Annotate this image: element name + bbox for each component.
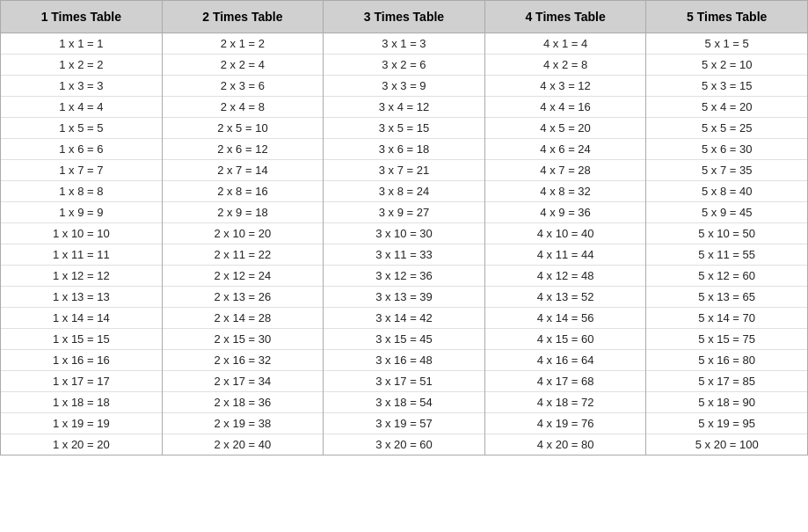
table-row: 2 x 6 = 12 — [163, 139, 324, 160]
table-row: 3 x 1 = 3 — [324, 33, 484, 55]
table-row: 1 x 3 = 3 — [1, 76, 162, 97]
table-row: 5 x 12 = 60 — [646, 266, 807, 287]
table-row: 5 x 20 = 100 — [646, 434, 807, 455]
table-row: 4 x 15 = 60 — [485, 329, 646, 350]
table-row: 3 x 9 = 27 — [324, 202, 484, 223]
table-row: 3 x 11 = 33 — [324, 244, 484, 266]
table-row: 5 x 5 = 25 — [646, 118, 807, 139]
table-row: 4 x 19 = 76 — [485, 413, 646, 434]
column-2: 2 Times Table2 x 1 = 22 x 2 = 42 x 3 = 6… — [163, 1, 324, 455]
table-row: 2 x 17 = 34 — [163, 371, 324, 392]
table-row: 4 x 20 = 80 — [485, 434, 646, 455]
table-row: 2 x 1 = 2 — [163, 33, 324, 55]
table-row: 2 x 13 = 26 — [163, 287, 324, 308]
table-row: 3 x 18 = 54 — [324, 392, 484, 413]
table-row: 4 x 1 = 4 — [485, 33, 646, 55]
table-row: 3 x 8 = 24 — [324, 181, 484, 202]
table-row: 4 x 2 = 8 — [485, 55, 646, 76]
table-row: 2 x 18 = 36 — [163, 392, 324, 413]
table-row: 2 x 10 = 20 — [163, 223, 324, 244]
table-row: 4 x 16 = 64 — [485, 350, 646, 371]
table-row: 3 x 4 = 12 — [324, 97, 484, 118]
table-row: 5 x 10 = 50 — [646, 223, 807, 244]
table-row: 2 x 9 = 18 — [163, 202, 324, 223]
column-5: 5 Times Table5 x 1 = 55 x 2 = 105 x 3 = … — [646, 1, 807, 455]
table-row: 2 x 11 = 22 — [163, 244, 324, 266]
table-row: 5 x 16 = 80 — [646, 350, 807, 371]
table-row: 3 x 6 = 18 — [324, 139, 484, 160]
table-row: 3 x 16 = 48 — [324, 350, 484, 371]
table-row: 4 x 9 = 36 — [485, 202, 646, 223]
table-row: 1 x 9 = 9 — [1, 202, 162, 223]
table-row: 1 x 16 = 16 — [1, 350, 162, 371]
table-row: 1 x 15 = 15 — [1, 329, 162, 350]
table-row: 4 x 6 = 24 — [485, 139, 646, 160]
table-row: 4 x 5 = 20 — [485, 118, 646, 139]
table-row: 2 x 2 = 4 — [163, 55, 324, 76]
table-row: 4 x 3 = 12 — [485, 76, 646, 97]
table-row: 1 x 14 = 14 — [1, 308, 162, 329]
table-row: 3 x 10 = 30 — [324, 223, 484, 244]
table-row: 1 x 12 = 12 — [1, 266, 162, 287]
table-row: 2 x 14 = 28 — [163, 308, 324, 329]
table-row: 2 x 7 = 14 — [163, 160, 324, 181]
table-row: 3 x 7 = 21 — [324, 160, 484, 181]
table-row: 4 x 7 = 28 — [485, 160, 646, 181]
table-row: 1 x 1 = 1 — [1, 33, 162, 55]
table-row: 5 x 19 = 95 — [646, 413, 807, 434]
table-row: 4 x 11 = 44 — [485, 244, 646, 266]
table-row: 3 x 2 = 6 — [324, 55, 484, 76]
column-header-4: 4 Times Table — [485, 1, 646, 33]
table-row: 4 x 14 = 56 — [485, 308, 646, 329]
table-row: 1 x 5 = 5 — [1, 118, 162, 139]
table-row: 4 x 8 = 32 — [485, 181, 646, 202]
table-row: 3 x 13 = 39 — [324, 287, 484, 308]
table-row: 2 x 15 = 30 — [163, 329, 324, 350]
table-row: 3 x 12 = 36 — [324, 266, 484, 287]
table-row: 5 x 17 = 85 — [646, 371, 807, 392]
table-row: 4 x 10 = 40 — [485, 223, 646, 244]
table-row: 5 x 15 = 75 — [646, 329, 807, 350]
table-row: 5 x 9 = 45 — [646, 202, 807, 223]
table-row: 2 x 19 = 38 — [163, 413, 324, 434]
table-row: 1 x 19 = 19 — [1, 413, 162, 434]
table-row: 1 x 20 = 20 — [1, 434, 162, 455]
table-row: 5 x 3 = 15 — [646, 76, 807, 97]
table-row: 1 x 7 = 7 — [1, 160, 162, 181]
table-row: 5 x 14 = 70 — [646, 308, 807, 329]
table-row: 2 x 20 = 40 — [163, 434, 324, 455]
column-1: 1 Times Table1 x 1 = 11 x 2 = 21 x 3 = 3… — [1, 1, 163, 455]
table-row: 5 x 2 = 10 — [646, 55, 807, 76]
table-row: 3 x 20 = 60 — [324, 434, 484, 455]
table-row: 2 x 4 = 8 — [163, 97, 324, 118]
table-row: 5 x 13 = 65 — [646, 287, 807, 308]
table-row: 2 x 5 = 10 — [163, 118, 324, 139]
table-row: 4 x 4 = 16 — [485, 97, 646, 118]
table-row: 4 x 12 = 48 — [485, 266, 646, 287]
table-row: 3 x 5 = 15 — [324, 118, 484, 139]
table-row: 1 x 10 = 10 — [1, 223, 162, 244]
table-row: 1 x 2 = 2 — [1, 55, 162, 76]
table-row: 2 x 8 = 16 — [163, 181, 324, 202]
table-row: 5 x 11 = 55 — [646, 244, 807, 266]
column-header-1: 1 Times Table — [1, 1, 162, 33]
table-row: 5 x 1 = 5 — [646, 33, 807, 55]
column-4: 4 Times Table4 x 1 = 44 x 2 = 84 x 3 = 1… — [485, 1, 647, 455]
table-row: 5 x 7 = 35 — [646, 160, 807, 181]
table-row: 1 x 18 = 18 — [1, 392, 162, 413]
table-row: 3 x 3 = 9 — [324, 76, 484, 97]
table-row: 1 x 13 = 13 — [1, 287, 162, 308]
table-row: 1 x 8 = 8 — [1, 181, 162, 202]
table-row: 1 x 11 = 11 — [1, 244, 162, 266]
column-header-2: 2 Times Table — [163, 1, 324, 33]
table-row: 3 x 19 = 57 — [324, 413, 484, 434]
table-row: 1 x 4 = 4 — [1, 97, 162, 118]
table-row: 2 x 3 = 6 — [163, 76, 324, 97]
table-row: 5 x 18 = 90 — [646, 392, 807, 413]
table-row: 3 x 15 = 45 — [324, 329, 484, 350]
table-row: 2 x 16 = 32 — [163, 350, 324, 371]
column-3: 3 Times Table3 x 1 = 33 x 2 = 63 x 3 = 9… — [324, 1, 485, 455]
table-row: 2 x 12 = 24 — [163, 266, 324, 287]
table-row: 5 x 8 = 40 — [646, 181, 807, 202]
table-row: 3 x 14 = 42 — [324, 308, 484, 329]
